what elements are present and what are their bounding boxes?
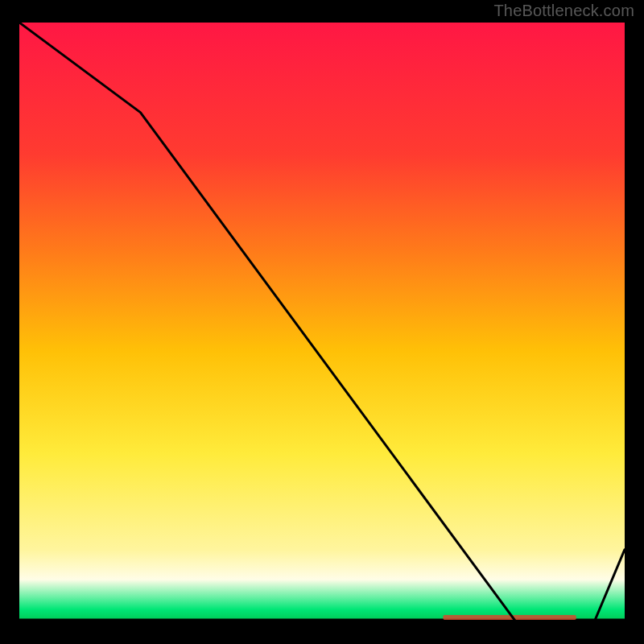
chart-svg	[19, 23, 625, 621]
chart-frame: TheBottleneck.com	[0, 0, 644, 644]
attribution-label: TheBottleneck.com	[493, 2, 634, 20]
optimal-band-marker	[443, 615, 576, 620]
plot-area	[19, 23, 625, 621]
gradient-background	[19, 23, 625, 621]
